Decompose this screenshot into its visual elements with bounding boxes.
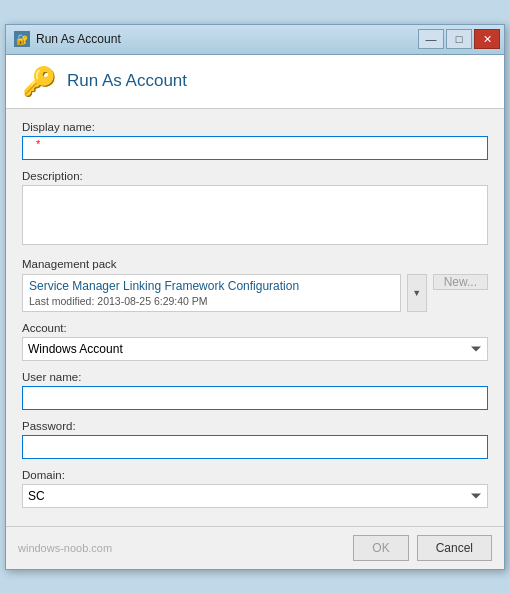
- management-pack-dropdown-arrow[interactable]: ▼: [407, 274, 427, 312]
- new-button[interactable]: New...: [433, 274, 488, 290]
- close-button[interactable]: ✕: [474, 29, 500, 49]
- management-pack-label: Management pack: [22, 258, 488, 270]
- username-input[interactable]: [22, 386, 488, 410]
- run-as-account-window: 🔐 Run As Account — □ ✕ 🔑 Run As Account …: [5, 24, 505, 570]
- footer: windows-noob.com OK Cancel: [6, 526, 504, 569]
- display-name-label: Display name:: [22, 121, 488, 133]
- account-group: Account: Windows Account Basic Account D…: [22, 322, 488, 361]
- header-area: 🔑 Run As Account: [6, 55, 504, 109]
- header-title: Run As Account: [67, 71, 187, 91]
- account-label: Account:: [22, 322, 488, 334]
- window-icon: 🔐: [14, 31, 30, 47]
- cancel-button[interactable]: Cancel: [417, 535, 492, 561]
- title-buttons: — □ ✕: [418, 29, 500, 49]
- account-select[interactable]: Windows Account Basic Account Digest Acc…: [22, 337, 488, 361]
- display-name-group: Display name: *: [22, 121, 488, 160]
- footer-buttons: OK Cancel: [353, 535, 492, 561]
- display-name-input[interactable]: [22, 136, 488, 160]
- username-group: User name:: [22, 371, 488, 410]
- title-bar-left: 🔐 Run As Account: [14, 31, 121, 47]
- management-pack-box: Service Manager Linking Framework Config…: [22, 274, 401, 312]
- title-bar: 🔐 Run As Account — □ ✕: [6, 25, 504, 55]
- management-pack-section: Management pack Service Manager Linking …: [22, 258, 488, 312]
- form-content: Display name: * Description: Management …: [6, 109, 504, 526]
- maximize-button[interactable]: □: [446, 29, 472, 49]
- ok-button[interactable]: OK: [353, 535, 408, 561]
- description-label: Description:: [22, 170, 488, 182]
- management-pack-name: Service Manager Linking Framework Config…: [29, 279, 394, 293]
- management-pack-modified: Last modified: 2013-08-25 6:29:40 PM: [29, 295, 394, 307]
- password-group: Password:: [22, 420, 488, 459]
- domain-select[interactable]: SC WORKGROUP LOCAL: [22, 484, 488, 508]
- password-input[interactable]: [22, 435, 488, 459]
- description-group: Description:: [22, 170, 488, 248]
- minimize-button[interactable]: —: [418, 29, 444, 49]
- domain-label: Domain:: [22, 469, 488, 481]
- password-label: Password:: [22, 420, 488, 432]
- header-icon: 🔑: [22, 65, 57, 98]
- username-label: User name:: [22, 371, 488, 383]
- domain-group: Domain: SC WORKGROUP LOCAL: [22, 469, 488, 508]
- description-input[interactable]: [22, 185, 488, 245]
- window-title: Run As Account: [36, 32, 121, 46]
- management-pack-row: Service Manager Linking Framework Config…: [22, 274, 488, 312]
- required-star: *: [36, 138, 40, 150]
- watermark: windows-noob.com: [18, 542, 112, 554]
